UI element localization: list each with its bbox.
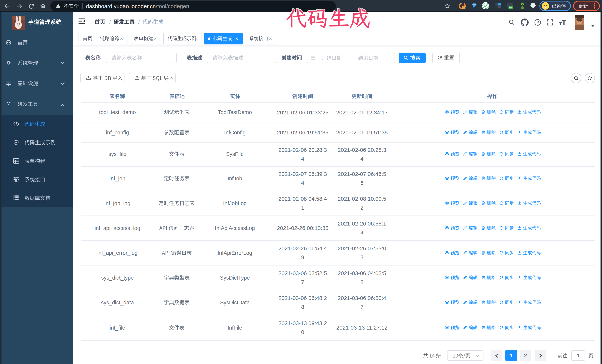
svg-text:on: on <box>509 7 512 9</box>
svg-text:1: 1 <box>463 6 464 9</box>
